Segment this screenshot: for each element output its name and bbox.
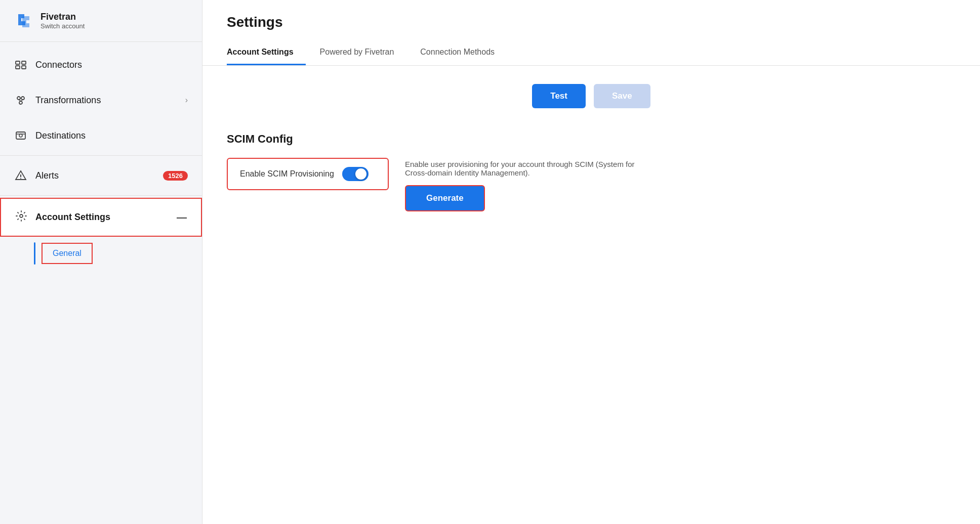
page-title: Settings bbox=[227, 14, 956, 30]
destinations-icon bbox=[14, 129, 27, 142]
scim-section-title: SCIM Config bbox=[227, 133, 956, 146]
scim-description: Enable user provisioning for your accoun… bbox=[405, 158, 658, 177]
svg-rect-0 bbox=[16, 61, 20, 64]
nav-divider-2 bbox=[0, 195, 202, 196]
alerts-badge: 1526 bbox=[163, 171, 188, 181]
svg-point-10 bbox=[19, 134, 22, 137]
svg-line-8 bbox=[21, 100, 23, 101]
sidebar-item-alerts[interactable]: Alerts 1526 bbox=[0, 158, 202, 193]
switch-account-link[interactable]: Switch account bbox=[40, 22, 85, 30]
alerts-icon bbox=[14, 169, 27, 182]
subnav-item-general[interactable]: General bbox=[42, 243, 93, 264]
scim-config-section: SCIM Config Enable SCIM Provisioning Ena… bbox=[227, 133, 956, 211]
tab-account-settings[interactable]: Account Settings bbox=[227, 40, 306, 65]
transformations-label: Transformations bbox=[35, 95, 101, 106]
tabs: Account Settings Powered by Fivetran Con… bbox=[227, 40, 956, 65]
svg-rect-2 bbox=[16, 66, 20, 69]
tab-powered-by-fivetran[interactable]: Powered by Fivetran bbox=[320, 40, 406, 65]
main-content: Settings Account Settings Powered by Fiv… bbox=[202, 0, 980, 524]
gear-icon bbox=[15, 210, 27, 225]
action-bar: Test Save bbox=[227, 84, 956, 108]
scim-toggle-label: Enable SCIM Provisioning bbox=[240, 169, 334, 179]
sidebar-subnav: General bbox=[0, 237, 202, 266]
sidebar-nav: Connectors Transformations › bbox=[0, 42, 202, 524]
sidebar-item-connectors[interactable]: Connectors bbox=[0, 47, 202, 82]
svg-rect-9 bbox=[16, 132, 25, 139]
scim-toggle-area: Enable SCIM Provisioning bbox=[227, 158, 389, 190]
alerts-label: Alerts bbox=[35, 170, 59, 181]
nav-divider bbox=[0, 155, 202, 156]
svg-point-4 bbox=[17, 97, 20, 100]
svg-point-6 bbox=[19, 101, 22, 104]
svg-point-14 bbox=[20, 214, 23, 217]
brand-info: Fivetran Switch account bbox=[40, 12, 85, 30]
brand-name: Fivetran bbox=[40, 12, 85, 23]
account-settings-label: Account Settings bbox=[35, 212, 110, 223]
account-dash-icon: — bbox=[177, 211, 187, 223]
sidebar: Fivetran Switch account Connectors bbox=[0, 0, 202, 524]
transformations-icon bbox=[14, 94, 27, 107]
fivetran-logo bbox=[14, 11, 33, 30]
svg-point-5 bbox=[21, 97, 24, 100]
svg-rect-1 bbox=[22, 61, 26, 64]
test-button[interactable]: Test bbox=[532, 84, 586, 108]
destinations-label: Destinations bbox=[35, 130, 86, 141]
scim-description-area: Enable user provisioning for your accoun… bbox=[405, 158, 658, 211]
svg-line-7 bbox=[19, 100, 21, 101]
connectors-label: Connectors bbox=[35, 60, 82, 70]
toggle-thumb bbox=[355, 168, 366, 180]
sidebar-item-destinations[interactable]: Destinations bbox=[0, 118, 202, 153]
scim-row: Enable SCIM Provisioning Enable user pro… bbox=[227, 158, 956, 211]
connectors-icon bbox=[14, 58, 27, 71]
page-header: Settings Account Settings Powered by Fiv… bbox=[202, 0, 980, 66]
transformations-arrow-icon: › bbox=[185, 96, 188, 105]
sidebar-header: Fivetran Switch account bbox=[0, 0, 202, 42]
svg-point-13 bbox=[20, 178, 21, 179]
tab-connection-methods[interactable]: Connection Methods bbox=[420, 40, 507, 65]
page-content: Test Save SCIM Config Enable SCIM Provis… bbox=[202, 66, 980, 524]
sidebar-item-transformations[interactable]: Transformations › bbox=[0, 82, 202, 118]
generate-button[interactable]: Generate bbox=[405, 185, 485, 211]
generate-area: Generate bbox=[405, 185, 658, 211]
svg-rect-3 bbox=[22, 66, 26, 69]
scim-toggle[interactable] bbox=[342, 167, 369, 181]
save-button[interactable]: Save bbox=[594, 84, 650, 108]
sidebar-item-account-settings[interactable]: Account Settings — bbox=[0, 198, 202, 237]
